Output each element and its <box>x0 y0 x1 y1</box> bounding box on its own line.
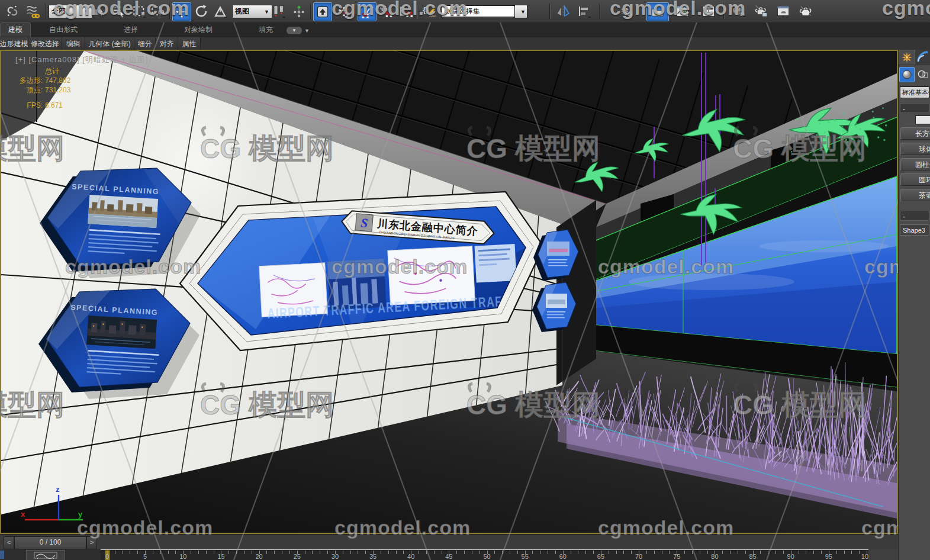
ruler-tick <box>722 551 723 554</box>
ribbon-group-edit[interactable]: 编辑 <box>62 37 85 50</box>
ribbon-tab-populate[interactable]: 填充 <box>251 23 281 37</box>
spinner-snap-toggle[interactable] <box>397 2 414 20</box>
selection-filter-dropdown[interactable]: 全部 ▼ <box>49 5 92 18</box>
select-and-link-icon[interactable] <box>4 2 21 20</box>
select-and-manipulate-button[interactable] <box>290 2 308 20</box>
viewport-pov-menu[interactable]: [Camera008] <box>28 55 79 64</box>
viewport-label[interactable]: [+] [Camera008] [明暗处理 + 边面] <box>15 54 148 65</box>
bind-to-space-warp-icon[interactable] <box>24 2 41 20</box>
ribbon-group-align[interactable]: 对齐 <box>156 37 178 50</box>
ruler-tick-label: 20 <box>255 553 262 560</box>
geometry-category-button[interactable] <box>899 67 915 82</box>
layer-manager-button[interactable] <box>616 2 637 20</box>
ruler-tick-label: 90 <box>787 553 794 560</box>
scene-explorer-toggle[interactable] <box>646 2 669 21</box>
ruler-tick <box>654 551 655 554</box>
named-selection-dropdown-button[interactable]: ▼ <box>514 5 527 18</box>
ruler-tick <box>206 551 207 554</box>
edit-named-selection-sets-button[interactable]: {}ABC <box>420 2 439 20</box>
rendered-frame-window-button[interactable] <box>773 2 793 20</box>
stats-vert-value: 731,203 <box>44 85 72 95</box>
rectangular-selection-region-button[interactable] <box>130 2 148 20</box>
ruler-tick-label: 80 <box>711 553 718 560</box>
ruler-tick <box>198 551 199 554</box>
ribbon-minimize-button[interactable]: ▼ <box>287 27 302 34</box>
named-selection-set-value: 创建选择集 <box>445 7 480 17</box>
named-selection-set-input[interactable]: 创建选择集 <box>441 5 519 17</box>
ribbon-tab-selection[interactable]: 选择 <box>116 23 146 37</box>
cylinder-button[interactable]: 圆柱体 <box>900 158 930 170</box>
angle-snap-toggle[interactable] <box>358 2 376 21</box>
use-pivot-point-button[interactable] <box>270 2 288 20</box>
sphere-button[interactable]: 球体 <box>900 143 930 155</box>
ribbon-tab-modeling[interactable]: 建模 <box>0 22 31 37</box>
align-button[interactable] <box>575 2 593 20</box>
select-by-name-button[interactable] <box>110 2 128 20</box>
ruler-tick <box>783 551 784 554</box>
mini-curve-editor-button[interactable] <box>26 550 65 560</box>
ruler-tick <box>775 551 776 554</box>
ruler-tick <box>168 551 169 554</box>
mirror-button[interactable] <box>554 2 572 20</box>
ruler-tick <box>365 551 366 554</box>
percent-snap-toggle[interactable]: % <box>378 2 395 20</box>
modify-tab[interactable] <box>915 50 930 64</box>
ruler-tick <box>616 551 617 554</box>
ribbon-options-arrow[interactable]: ▼ <box>304 28 310 34</box>
ruler-tick-label: 30 <box>332 553 339 560</box>
modify-icon <box>917 51 929 63</box>
select-object-button[interactable] <box>90 2 108 20</box>
ribbon-tab-freeform[interactable]: 自由形式 <box>41 23 85 37</box>
ribbon-group-subdivision[interactable]: 细分 <box>134 37 156 50</box>
box-button[interactable]: 长方体 <box>900 127 930 140</box>
ruler-tick-label: 75 <box>673 553 680 560</box>
time-slider-row: < 0 / 100 > <box>0 534 898 550</box>
command-panel: 标准基本体 - 长方体 球体 圆柱体 圆环 茶壶 - Shape3 <box>898 50 930 560</box>
time-slider-handle[interactable]: 0 / 100 <box>14 536 86 549</box>
teapot-button[interactable]: 茶壶 <box>900 189 930 201</box>
ribbon-tab-object-paint[interactable]: 对象绘制 <box>176 23 220 37</box>
schematic-view-button[interactable] <box>699 2 719 20</box>
next-frame-button[interactable]: > <box>86 536 97 549</box>
object-name-field[interactable]: Shape3 <box>900 224 929 236</box>
curve-editor-button[interactable] <box>672 2 693 20</box>
ruler-tick <box>806 551 806 554</box>
ribbon-group-geometry-all[interactable]: 几何体 (全部) <box>85 37 134 50</box>
ruler-tick <box>229 551 229 554</box>
window-crossing-toggle[interactable] <box>149 2 167 20</box>
render-production-button[interactable] <box>796 2 816 20</box>
viewport-shading-menu[interactable]: [明暗处理 + 边面] <box>82 55 148 64</box>
ruler-tick <box>813 551 814 554</box>
track-bar-ruler[interactable]: 0510152025303540455055606570758085909510… <box>101 549 868 560</box>
camera-viewport[interactable]: CG <box>0 50 898 534</box>
ruler-tick <box>768 551 768 554</box>
ruler-tick <box>623 551 624 554</box>
ruler-tick <box>191 551 191 554</box>
create-tab[interactable] <box>899 50 915 65</box>
name-color-rollout[interactable]: - <box>900 211 929 221</box>
ribbon-group-properties[interactable]: 属性 <box>178 37 201 50</box>
material-editor-button[interactable] <box>728 2 748 20</box>
shapes-category-button[interactable] <box>916 67 930 81</box>
ribbon-group-modify-selection[interactable]: 修改选择 <box>28 37 62 50</box>
ruler-tick-label: 15 <box>217 553 224 560</box>
ribbon-group-polygon-modeling[interactable]: 边形建模 <box>0 37 28 50</box>
ruler-tick <box>799 551 799 554</box>
select-and-move-button[interactable] <box>172 2 191 21</box>
keyboard-shortcut-override-toggle[interactable] <box>313 2 332 21</box>
primitive-category-dropdown[interactable]: 标准基本体 <box>900 86 929 98</box>
previous-frame-button[interactable]: < <box>4 536 14 549</box>
ruler-tick <box>836 551 837 554</box>
select-and-scale-button[interactable] <box>211 2 229 20</box>
ruler-tick-label: 85 <box>749 553 756 560</box>
ruler-tick-label: 65 <box>597 553 604 560</box>
select-and-rotate-button[interactable] <box>192 2 210 20</box>
autogrid-checkbox[interactable] <box>915 115 930 124</box>
ruler-tick-label: 0 <box>105 553 109 560</box>
object-type-rollout[interactable]: - <box>900 103 929 113</box>
torus-button[interactable]: 圆环 <box>900 173 930 186</box>
snaps-toggle-2.5d[interactable]: 2.5 <box>334 2 356 20</box>
render-setup-button[interactable] <box>751 2 771 20</box>
reference-coordinate-dropdown[interactable]: 视图 ▼ <box>232 5 272 18</box>
viewport-general-menu[interactable]: [+] <box>15 55 26 64</box>
